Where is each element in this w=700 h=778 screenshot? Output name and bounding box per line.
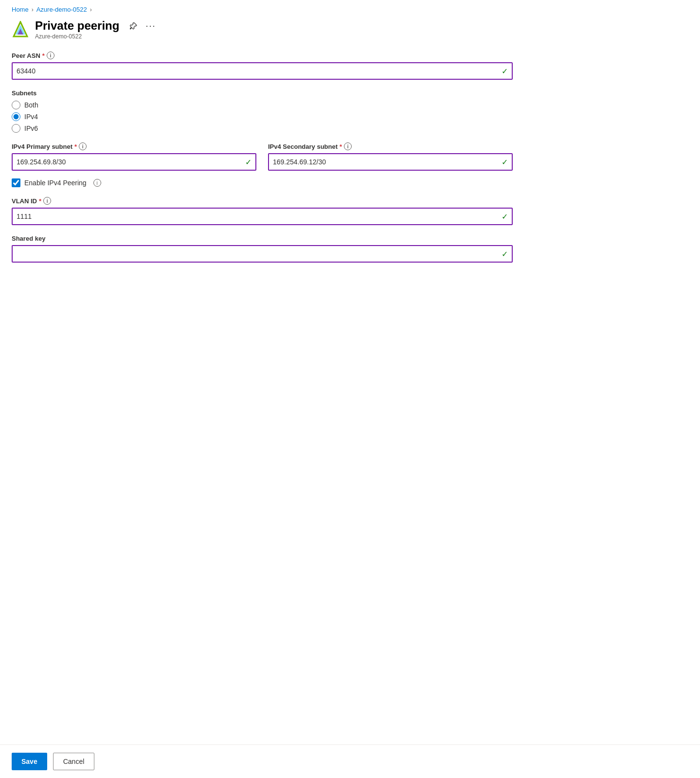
enable-ipv4-checkbox[interactable] (12, 178, 20, 187)
ipv4-secondary-check-icon: ✓ (502, 158, 508, 167)
vlan-id-group: VLAN ID * i ✓ (12, 197, 513, 225)
peer-asn-group: Peer ASN * i ✓ (12, 52, 513, 80)
peer-asn-input[interactable] (12, 62, 513, 80)
breadcrumb-home[interactable]: Home (12, 6, 29, 13)
peer-asn-info-icon[interactable]: i (47, 52, 54, 59)
peer-asn-check-icon: ✓ (502, 67, 508, 76)
breadcrumb-resource[interactable]: Azure-demo-0522 (36, 6, 87, 13)
enable-ipv4-peering-item: Enable IPv4 Peering i (12, 178, 513, 187)
vlan-id-label: VLAN ID (12, 197, 37, 205)
ipv4-subnet-row: IPv4 Primary subnet * i ✓ IPv4 Secondary… (12, 142, 513, 171)
ipv4-secondary-group: IPv4 Secondary subnet * i ✓ (268, 142, 513, 171)
ipv4-secondary-label: IPv4 Secondary subnet (268, 143, 338, 150)
page-footer: Save Cancel (0, 744, 700, 778)
ipv4-secondary-input[interactable] (268, 153, 513, 171)
vlan-id-info-icon[interactable]: i (43, 197, 51, 205)
radio-item-both[interactable]: Both (12, 101, 513, 109)
ipv4-secondary-info-icon[interactable]: i (344, 142, 352, 150)
azure-expressroute-icon (12, 21, 29, 38)
save-button[interactable]: Save (12, 753, 47, 770)
page-title-block: Private peering ··· Azure-demo-0522 (35, 19, 158, 40)
pin-icon (130, 22, 138, 30)
shared-key-group: Shared key ✓ (12, 235, 513, 263)
vlan-id-required: * (39, 197, 41, 205)
radio-ipv4[interactable] (12, 112, 20, 121)
ipv4-primary-group: IPv4 Primary subnet * i ✓ (12, 142, 256, 171)
radio-both[interactable] (12, 101, 20, 109)
shared-key-input[interactable] (12, 245, 513, 263)
cancel-button[interactable]: Cancel (53, 753, 95, 770)
shared-key-label: Shared key (12, 235, 45, 242)
enable-ipv4-label[interactable]: Enable IPv4 Peering (24, 179, 87, 187)
peer-asn-input-wrapper: ✓ (12, 62, 513, 80)
breadcrumb-sep-1: › (32, 6, 34, 13)
ipv4-primary-input[interactable] (12, 153, 256, 171)
radio-ipv6-label: IPv6 (24, 124, 38, 132)
breadcrumb-sep-2: › (90, 6, 92, 13)
radio-ipv6[interactable] (12, 124, 20, 133)
pin-button[interactable] (128, 20, 140, 32)
form-area: Peer ASN * i ✓ Subnets Both IPv4 (12, 52, 513, 263)
ipv4-primary-check-icon: ✓ (245, 158, 251, 167)
ipv4-secondary-input-wrapper: ✓ (268, 153, 513, 171)
page-header: Private peering ··· Azure-demo-0522 (12, 19, 688, 40)
ipv4-secondary-required: * (340, 143, 342, 150)
page-subtitle: Azure-demo-0522 (35, 33, 158, 40)
radio-item-ipv4[interactable]: IPv4 (12, 112, 513, 121)
radio-ipv4-label: IPv4 (24, 113, 38, 121)
subnets-group: Subnets Both IPv4 IPv6 (12, 89, 513, 133)
shared-key-input-wrapper: ✓ (12, 245, 513, 263)
subnets-radio-group: Both IPv4 IPv6 (12, 101, 513, 133)
shared-key-check-icon: ✓ (502, 249, 508, 259)
vlan-id-input-wrapper: ✓ (12, 208, 513, 225)
more-options-button[interactable]: ··· (144, 19, 158, 33)
radio-item-ipv6[interactable]: IPv6 (12, 124, 513, 133)
enable-ipv4-info-icon[interactable]: i (93, 179, 101, 187)
ipv4-primary-info-icon[interactable]: i (79, 142, 87, 150)
ipv4-primary-required: * (74, 143, 77, 150)
ipv4-primary-label: IPv4 Primary subnet (12, 143, 72, 150)
page-title: Private peering (35, 19, 119, 33)
subnets-label: Subnets (12, 89, 513, 97)
breadcrumb: Home › Azure-demo-0522 › (12, 6, 688, 13)
ellipsis-icon: ··· (145, 21, 156, 31)
peer-asn-required: * (42, 52, 45, 59)
peer-asn-label: Peer ASN (12, 52, 40, 59)
radio-both-label: Both (24, 101, 38, 109)
vlan-id-check-icon: ✓ (502, 212, 508, 221)
ipv4-primary-input-wrapper: ✓ (12, 153, 256, 171)
vlan-id-input[interactable] (12, 208, 513, 225)
